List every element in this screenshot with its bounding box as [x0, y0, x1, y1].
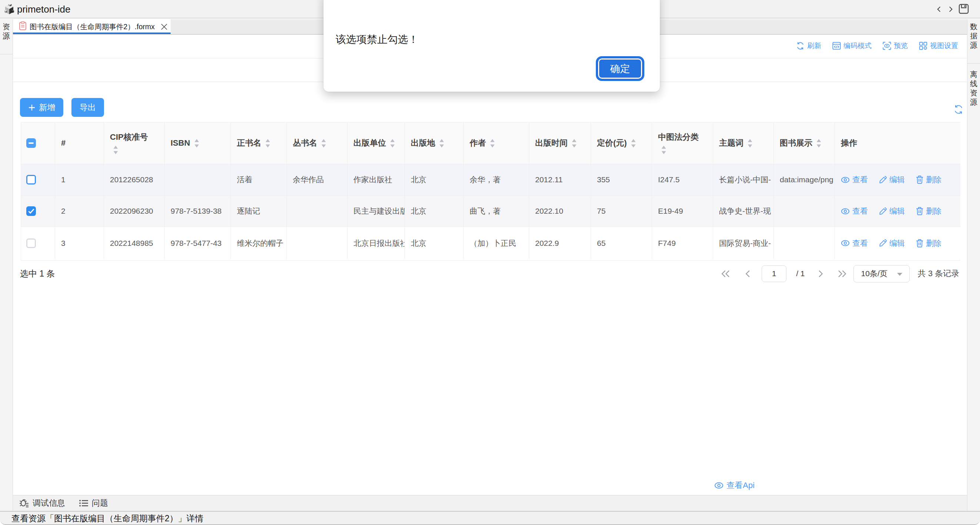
cell-price: 75 — [591, 195, 652, 227]
row-checkbox[interactable] — [26, 206, 36, 216]
cell-publisher: 作家出版社 — [347, 164, 405, 195]
page-size-select[interactable]: 10条/页 — [853, 265, 910, 282]
cell-cip: 2022148985 — [104, 227, 165, 259]
data-table: #CIP核准号ISBN正书名丛书名出版单位出版地作者出版时间定价(元)中图法分类… — [21, 122, 960, 261]
page-input[interactable]: 1 — [762, 265, 786, 282]
view-api-link[interactable]: 查看Api — [714, 480, 755, 491]
column-header-clc[interactable]: 中图法分类 — [652, 122, 713, 164]
code-mode-button[interactable]: 编码模式 — [832, 41, 872, 51]
column-label: 操作 — [841, 138, 857, 149]
last-page-icon[interactable] — [838, 264, 846, 283]
tab-formx[interactable]: 图书在版编目（生命周期事件2）.formx — [13, 19, 170, 34]
delete-link[interactable]: 删除 — [916, 238, 942, 249]
column-header-price[interactable]: 定价(元) — [591, 122, 652, 164]
delete-trash-icon — [916, 176, 923, 184]
delete-link[interactable]: 删除 — [916, 174, 942, 185]
column-header-index: # — [55, 122, 104, 164]
table-row: 12012265028活着余华作品作家出版社北京余华，著2012.11355I2… — [21, 164, 960, 195]
bottom-panel: 调试信息 问题 — [13, 495, 967, 511]
selected-count: 选中 1 条 — [20, 268, 55, 279]
column-header-series[interactable]: 丛书名 — [287, 122, 347, 164]
column-header-place[interactable]: 出版地 — [405, 122, 464, 164]
save-icon[interactable] — [959, 4, 969, 14]
sync-icon[interactable] — [954, 105, 963, 114]
op-label: 删除 — [926, 238, 942, 249]
column-header-subject[interactable]: 主题词 — [713, 122, 774, 164]
add-button[interactable]: 新增 — [20, 98, 63, 117]
cell-index: 2 — [55, 195, 104, 227]
indeterminate-mark — [29, 142, 34, 144]
column-header-publisher[interactable]: 出版单位 — [347, 122, 405, 164]
column-header-cip[interactable]: CIP核准号 — [104, 122, 165, 164]
column-header-isbn[interactable]: ISBN — [165, 122, 231, 164]
cell-place: 北京 — [405, 227, 464, 259]
column-label: 定价(元) — [597, 138, 627, 149]
column-header-display[interactable]: 图书展示 — [774, 122, 835, 164]
edit-pencil-icon — [879, 239, 887, 247]
cell-publisher: 北京日报出版社 — [347, 227, 405, 259]
preview-button[interactable]: 预览 — [883, 41, 908, 51]
edit-link[interactable]: 编辑 — [879, 206, 905, 216]
sidebar-item-offline-resources[interactable]: 离线资源 — [967, 63, 980, 107]
cell-author: 曲飞，著 — [464, 195, 529, 227]
delete-link[interactable]: 删除 — [916, 206, 942, 216]
tab-close-icon[interactable] — [159, 22, 169, 31]
panel-item-label: 调试信息 — [33, 498, 65, 509]
edit-pencil-icon — [879, 176, 887, 184]
cell-clc: I247.5 — [652, 164, 713, 195]
column-header-pubdate[interactable]: 出版时间 — [529, 122, 591, 164]
op-label: 查看 — [852, 174, 868, 185]
column-label: 丛书名 — [293, 138, 317, 149]
column-label: 正书名 — [237, 138, 261, 149]
form-content: 新增 导出 #CIP核准号ISBN正书名丛书名出版单位出版地作者出版时间定价(元… — [13, 82, 967, 495]
next-page-icon[interactable] — [818, 264, 823, 283]
column-header-title[interactable]: 正书名 — [231, 122, 287, 164]
app-logo-icon — [4, 3, 15, 16]
page-size-value: 10条/页 — [861, 268, 888, 279]
cell-title: 逐陆记 — [231, 195, 287, 227]
view-settings-button[interactable]: 视图设置 — [919, 41, 958, 51]
tab-active-underline — [13, 33, 170, 34]
view-eye-icon — [841, 208, 850, 214]
op-label: 编辑 — [889, 174, 905, 185]
cell-author: （加）卜正民 — [464, 227, 529, 259]
view-link[interactable]: 查看 — [841, 174, 868, 185]
cell-ops: 查看编辑删除 — [835, 227, 960, 259]
row-checkbox[interactable] — [26, 238, 36, 248]
chevron-down-icon — [897, 269, 903, 278]
edit-link[interactable]: 编辑 — [879, 238, 905, 249]
prev-page-icon[interactable] — [745, 264, 750, 283]
nav-forward-icon[interactable] — [946, 4, 956, 14]
dialog-ok-button[interactable]: 确定 — [596, 56, 644, 81]
column-label: 中图法分类 — [658, 132, 699, 143]
cell-series: 余华作品 — [287, 164, 347, 195]
op-label: 删除 — [926, 174, 942, 185]
toolbar-item-label: 预览 — [894, 41, 908, 51]
tab-title: 图书在版编目（生命周期事件2）.formx — [30, 22, 155, 32]
table-row: 22022096230978-7-5139-38逐陆记民主与建设出版社北京曲飞，… — [21, 195, 960, 227]
cell-place: 北京 — [405, 195, 464, 227]
row-checkbox[interactable] — [26, 175, 36, 184]
debug-info-tab[interactable]: 调试信息 — [19, 498, 65, 509]
view-link[interactable]: 查看 — [841, 206, 868, 216]
check-mark — [28, 209, 34, 214]
column-label: 出版时间 — [535, 138, 568, 149]
cell-display — [774, 227, 835, 259]
export-button[interactable]: 导出 — [72, 98, 104, 117]
delete-trash-icon — [916, 207, 923, 215]
view-settings-icon — [919, 42, 928, 50]
column-header-author[interactable]: 作者 — [464, 122, 529, 164]
first-page-icon[interactable] — [721, 264, 730, 283]
op-label: 查看 — [852, 206, 868, 216]
refresh-button[interactable]: 刷新 — [796, 41, 821, 51]
view-link[interactable]: 查看 — [841, 238, 868, 249]
edit-link[interactable]: 编辑 — [879, 174, 905, 185]
problems-tab[interactable]: 问题 — [79, 498, 108, 509]
column-label: CIP核准号 — [110, 132, 148, 143]
sidebar-item-resources[interactable]: 资源 — [0, 19, 13, 54]
nav-back-icon[interactable] — [934, 4, 944, 14]
toolbar-item-label: 刷新 — [807, 41, 821, 51]
column-label: 出版地 — [411, 138, 435, 149]
sidebar-item-datasource[interactable]: 数据源 — [967, 19, 980, 63]
select-all-checkbox[interactable] — [26, 138, 36, 148]
